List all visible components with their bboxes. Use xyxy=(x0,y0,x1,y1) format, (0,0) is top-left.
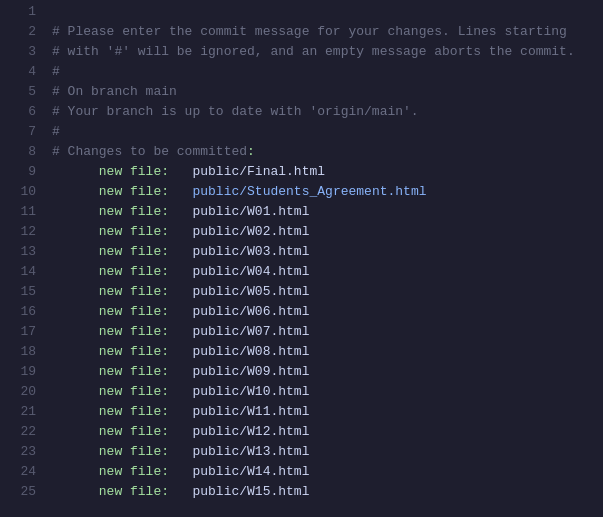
line-number: 9 xyxy=(8,164,36,179)
editor-line: 2# Please enter the commit message for y… xyxy=(0,24,603,44)
line-content: new file: public/W07.html xyxy=(52,324,309,339)
line-number: 1 xyxy=(8,4,36,19)
editor-line: 8# Changes to be committed: xyxy=(0,144,603,164)
line-number: 23 xyxy=(8,444,36,459)
line-number: 16 xyxy=(8,304,36,319)
line-content: new file: public/W05.html xyxy=(52,284,309,299)
line-content: new file: public/W12.html xyxy=(52,424,309,439)
line-number: 21 xyxy=(8,404,36,419)
editor-line: 3# with '#' will be ignored, and an empt… xyxy=(0,44,603,64)
editor-line: 14 new file: public/W04.html xyxy=(0,264,603,284)
line-number: 14 xyxy=(8,264,36,279)
line-number: 5 xyxy=(8,84,36,99)
line-number: 2 xyxy=(8,24,36,39)
line-number: 4 xyxy=(8,64,36,79)
line-number: 19 xyxy=(8,364,36,379)
editor-line: 22 new file: public/W12.html xyxy=(0,424,603,444)
line-number: 8 xyxy=(8,144,36,159)
line-number: 25 xyxy=(8,484,36,499)
line-content: new file: public/W11.html xyxy=(52,404,309,419)
line-number: 12 xyxy=(8,224,36,239)
line-content: # Your branch is up to date with 'origin… xyxy=(52,104,419,119)
line-content: # xyxy=(52,64,60,79)
line-content: new file: public/Students_Agreement.html xyxy=(52,184,427,199)
line-content: new file: public/W04.html xyxy=(52,264,309,279)
line-number: 3 xyxy=(8,44,36,59)
line-number: 10 xyxy=(8,184,36,199)
line-content: new file: public/Final.html xyxy=(52,164,325,179)
line-number: 20 xyxy=(8,384,36,399)
line-content: new file: public/W10.html xyxy=(52,384,309,399)
code-editor: 12# Please enter the commit message for … xyxy=(0,0,603,517)
editor-line: 10 new file: public/Students_Agreement.h… xyxy=(0,184,603,204)
editor-line: 9 new file: public/Final.html xyxy=(0,164,603,184)
editor-line: 20 new file: public/W10.html xyxy=(0,384,603,404)
line-content: new file: public/W03.html xyxy=(52,244,309,259)
line-content: new file: public/W02.html xyxy=(52,224,309,239)
editor-line: 19 new file: public/W09.html xyxy=(0,364,603,384)
editor-line: 13 new file: public/W03.html xyxy=(0,244,603,264)
line-number: 24 xyxy=(8,464,36,479)
line-content: # xyxy=(52,124,60,139)
editor-line: 18 new file: public/W08.html xyxy=(0,344,603,364)
line-content: # On branch main xyxy=(52,84,177,99)
line-number: 17 xyxy=(8,324,36,339)
editor-line: 24 new file: public/W14.html xyxy=(0,464,603,484)
editor-line: 12 new file: public/W02.html xyxy=(0,224,603,244)
line-number: 6 xyxy=(8,104,36,119)
editor-line: 5# On branch main xyxy=(0,84,603,104)
editor-line: 6# Your branch is up to date with 'origi… xyxy=(0,104,603,124)
line-number: 7 xyxy=(8,124,36,139)
line-content: new file: public/W14.html xyxy=(52,464,309,479)
editor-line: 11 new file: public/W01.html xyxy=(0,204,603,224)
editor-line: 7# xyxy=(0,124,603,144)
line-number: 18 xyxy=(8,344,36,359)
line-content: new file: public/W01.html xyxy=(52,204,309,219)
line-content: new file: public/W13.html xyxy=(52,444,309,459)
editor-line: 21 new file: public/W11.html xyxy=(0,404,603,424)
line-content: # with '#' will be ignored, and an empty… xyxy=(52,44,575,59)
editor-line: 23 new file: public/W13.html xyxy=(0,444,603,464)
line-content: new file: public/W15.html xyxy=(52,484,309,499)
editor-line: 4# xyxy=(0,64,603,84)
editor-line: 25 new file: public/W15.html xyxy=(0,484,603,504)
editor-line: 17 new file: public/W07.html xyxy=(0,324,603,344)
line-number: 15 xyxy=(8,284,36,299)
editor-line: 15 new file: public/W05.html xyxy=(0,284,603,304)
editor-line: 1 xyxy=(0,4,603,24)
line-content: new file: public/W09.html xyxy=(52,364,309,379)
line-content: # Please enter the commit message for yo… xyxy=(52,24,567,39)
line-number: 11 xyxy=(8,204,36,219)
line-content: new file: public/W08.html xyxy=(52,344,309,359)
line-content: # Changes to be committed: xyxy=(52,144,255,159)
line-number: 13 xyxy=(8,244,36,259)
line-number: 22 xyxy=(8,424,36,439)
editor-line: 16 new file: public/W06.html xyxy=(0,304,603,324)
line-content: new file: public/W06.html xyxy=(52,304,309,319)
